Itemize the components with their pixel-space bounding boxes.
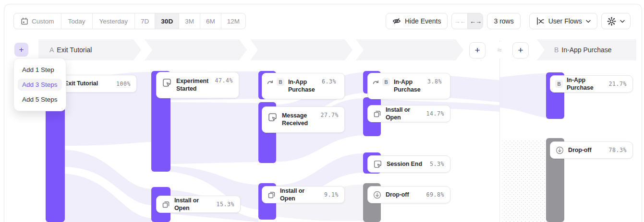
event-b-badge: B [555, 80, 563, 88]
node-value: 6.3% [322, 78, 336, 85]
jump-arrow-icon [373, 79, 379, 85]
windows-icon [373, 109, 382, 118]
windows-icon [267, 190, 276, 199]
add-step-menu: Add 1 Step Add 3 Steps Add 5 Steps [13, 58, 66, 111]
node-value: 3.8% [427, 78, 442, 85]
node-label: In-App Purchase [567, 76, 605, 92]
menu-item-add-3-steps[interactable]: Add 3 Steps [18, 79, 62, 91]
node-value: 9.1% [324, 191, 339, 198]
flow-node-in-app-purchase-21[interactable]: B In-App Purchase 21.7% [550, 75, 633, 93]
windows-icon [161, 200, 170, 209]
node-label: Experiment Started [176, 77, 211, 93]
node-value: 27.7% [320, 112, 339, 118]
flow-node-experiment-started[interactable]: Experiment Started 47.4% [156, 72, 239, 98]
flow-node-install-or-open-15[interactable]: Install or Open 15.3% [156, 196, 241, 213]
menu-item-add-1-step[interactable]: Add 1 Step [18, 64, 62, 76]
node-value: 5.3% [430, 161, 444, 167]
flow-node-in-app-purchase-6[interactable]: B In-App Purchase 6.3% [262, 73, 345, 99]
node-value: 69.8% [426, 191, 444, 198]
event-b-badge: B [382, 78, 390, 86]
node-label: Install or Open [280, 187, 320, 203]
node-value: 78.3% [608, 147, 627, 153]
node-label: Install or Open [386, 106, 422, 122]
node-label: Drop-off [568, 146, 605, 154]
node-label: Install or Open [174, 197, 212, 212]
node-value: 100% [116, 81, 131, 87]
node-label: Drop-off [386, 191, 422, 199]
flow-node-in-app-purchase-3[interactable]: B In-App Purchase 3.8% [367, 73, 450, 99]
node-value: 21.7% [608, 81, 627, 87]
flow-node-drop-off-69[interactable]: Drop-off 69.8% [367, 186, 450, 203]
node-value: 47.4% [215, 77, 233, 84]
node-label: In-App Purchase [288, 78, 318, 94]
click-icon [373, 159, 383, 169]
event-b-badge: B [277, 78, 284, 86]
jump-arrow-icon [267, 79, 274, 85]
click-icon [161, 77, 172, 88]
drop-off-icon [373, 190, 382, 199]
flow-node-session-end[interactable]: Session End 5.3% [367, 155, 450, 173]
node-value: 14.7% [426, 110, 444, 117]
node-value: 15.3% [216, 201, 234, 208]
menu-item-add-5-steps[interactable]: Add 5 Steps [18, 93, 62, 105]
node-label: Message Received [282, 112, 316, 128]
flow-node-install-or-open-9[interactable]: Install or Open 9.1% [262, 186, 345, 203]
flow-node-drop-off-78[interactable]: Drop-off 78.3% [550, 141, 633, 159]
node-label: In-App Purchase [394, 78, 424, 94]
user-flows-screen: Custom Today Yesterday 7D 30D 3M 6M 12M … [0, 0, 644, 222]
drop-off-icon [555, 146, 564, 155]
click-icon [267, 112, 278, 123]
flow-node-install-or-open-14[interactable]: Install or Open 14.7% [367, 105, 450, 122]
node-label: Session End [387, 160, 426, 168]
node-label: Exit Tutorial [64, 80, 112, 87]
flow-node-message-received[interactable]: Message Received 27.7% [262, 106, 345, 133]
